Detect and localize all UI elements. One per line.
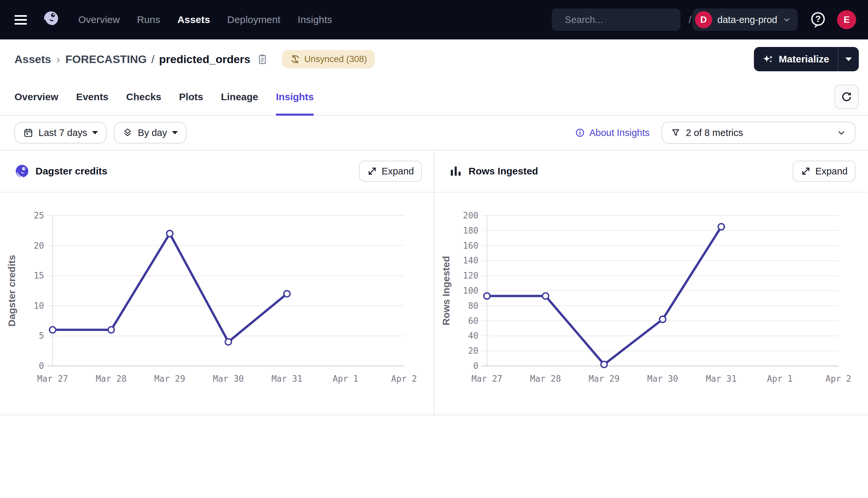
nav-item-overview[interactable]: Overview [78,14,120,25]
svg-text:200: 200 [463,211,478,220]
svg-text:Rows Ingested: Rows Ingested [441,256,451,326]
bar-chart-icon [449,164,463,178]
svg-text:25: 25 [34,211,44,220]
dagster-logo-icon[interactable] [40,9,61,30]
chevron-down-icon [837,128,846,137]
about-insights-link[interactable]: About Insights [575,128,650,138]
svg-text:Mar 30: Mar 30 [213,374,244,384]
dagster-credits-chart[interactable]: 0510152025Mar 27Mar 28Mar 29Mar 30Mar 31… [0,193,434,415]
breadcrumb-assets-link[interactable]: Assets [14,53,51,66]
svg-text:Mar 30: Mar 30 [647,374,678,384]
nav-item-deployment[interactable]: Deployment [227,14,280,25]
svg-text:Apr 2: Apr 2 [826,374,851,384]
nav-item-insights[interactable]: Insights [297,14,332,25]
insights-charts: Dagster credits Expand 0510152025Mar 27M… [0,150,868,415]
help-button[interactable]: ? [809,11,827,29]
date-range-label: Last 7 days [38,128,87,138]
breadcrumb-group-link[interactable]: FORECASTING [65,53,146,66]
tab-plots[interactable]: Plots [179,79,203,115]
tab-events[interactable]: Events [76,79,108,115]
svg-text:80: 80 [468,301,478,311]
asset-name: predicted_orders [159,53,251,66]
rows-ingested-title: Rows Ingested [469,166,538,177]
filters-right: About Insights 2 of 8 metrics [575,121,855,144]
deployment-switcher[interactable]: D data-eng-prod [692,9,797,31]
menu-icon[interactable] [14,13,29,27]
insights-filters: Last 7 days By day About Insights 2 of 8… [0,116,868,150]
svg-text:60: 60 [468,316,478,326]
svg-text:0: 0 [39,361,44,371]
user-avatar[interactable]: E [837,10,856,29]
dagster-credits-panel: Dagster credits Expand 0510152025Mar 27M… [0,150,434,415]
filter-funnel-icon [671,128,680,137]
svg-text:10: 10 [34,301,44,311]
dagster-credits-header: Dagster credits Expand [0,150,434,193]
granularity-dropdown[interactable]: By day [114,122,187,144]
chevron-down-icon [782,15,791,24]
date-range-dropdown[interactable]: Last 7 days [14,122,106,144]
caret-down-icon [845,57,852,61]
about-insights-label: About Insights [589,128,650,138]
search-input[interactable] [565,14,689,25]
expand-dagster-credits-button[interactable]: Expand [359,161,422,182]
materialize-options-button[interactable] [839,47,859,71]
page-header: Assets › FORECASTING / predicted_orders … [0,39,868,79]
svg-text:20: 20 [34,241,44,251]
expand-icon [367,166,378,176]
nav-item-runs[interactable]: Runs [137,14,161,25]
tab-lineage[interactable]: Lineage [221,79,258,115]
svg-text:?: ? [815,14,821,24]
svg-text:Mar 31: Mar 31 [706,374,737,384]
svg-text:40: 40 [468,331,478,341]
svg-text:Apr 1: Apr 1 [333,374,358,384]
search-shortcut-hint: / [689,14,691,25]
top-nav: Overview Runs Assets Deployment Insights… [0,0,868,39]
clipboard-icon [256,53,268,65]
svg-text:Mar 28: Mar 28 [530,374,561,384]
svg-text:Apr 1: Apr 1 [767,374,793,384]
rows-ingested-panel: Rows Ingested Expand 0204060801001201401… [434,150,867,415]
svg-text:180: 180 [463,226,478,236]
refresh-icon [840,91,853,103]
caret-down-icon [92,131,98,134]
help-icon: ? [809,11,827,29]
metrics-select[interactable]: 2 of 8 metrics [662,121,855,144]
rows-ingested-header: Rows Ingested Expand [434,150,867,193]
svg-text:15: 15 [34,271,44,280]
svg-text:0: 0 [473,361,478,371]
copy-asset-name-button[interactable] [256,53,268,65]
granularity-label: By day [138,128,167,138]
refresh-button[interactable] [834,85,859,109]
breadcrumb-slash: / [151,53,154,66]
nav-right: / D data-eng-prod ? E [552,9,856,31]
svg-text:Mar 28: Mar 28 [96,374,127,384]
expand-rows-ingested-button[interactable]: Expand [793,161,855,182]
svg-text:Mar 31: Mar 31 [271,374,303,384]
svg-text:100: 100 [463,286,478,296]
sync-alert-icon [290,54,301,64]
dagster-credits-title: Dagster credits [36,166,107,177]
search-box[interactable]: / [552,9,680,31]
svg-text:Mar 27: Mar 27 [37,374,68,384]
tab-checks[interactable]: Checks [126,79,162,115]
tab-insights[interactable]: Insights [276,79,314,115]
materialize-label: Materialize [779,54,829,65]
dagster-credits-icon [14,163,29,179]
nav-item-assets[interactable]: Assets [177,14,210,25]
svg-text:120: 120 [463,271,478,280]
rows-ingested-chart[interactable]: 020406080100120140160180200Mar 27Mar 28M… [434,193,868,415]
asset-tabs: Overview Events Checks Plots Lineage Ins… [0,79,868,116]
tab-overview[interactable]: Overview [14,79,58,115]
svg-text:20: 20 [468,346,478,356]
expand-label: Expand [382,166,414,177]
materialize-button[interactable]: Materialize [754,47,839,71]
metrics-select-value: 2 of 8 metrics [686,128,743,138]
deployment-name: data-eng-prod [717,14,777,25]
layers-icon [122,128,133,138]
caret-down-icon [172,131,178,134]
unsynced-badge[interactable]: Unsynced (308) [282,50,375,68]
calendar-icon [23,128,34,138]
unsynced-badge-label: Unsynced (308) [305,54,367,64]
svg-text:Mar 27: Mar 27 [472,374,502,384]
svg-text:Mar 29: Mar 29 [588,374,620,384]
